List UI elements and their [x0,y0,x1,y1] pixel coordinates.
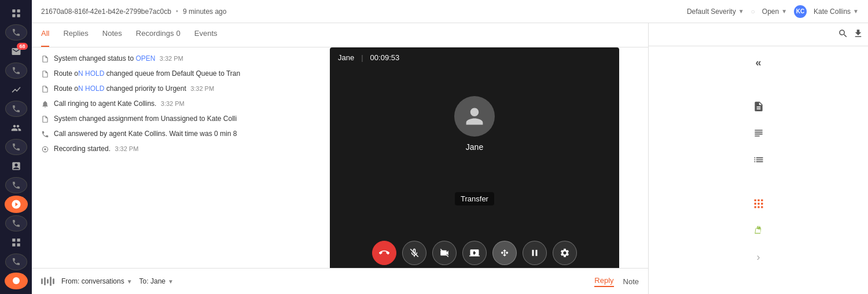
transfer-label: Transfer [455,192,494,205]
agent-chevron: ▼ [853,8,859,14]
tab-replies[interactable]: Replies [63,23,88,47]
phone-btn-7[interactable] [5,253,27,270]
mute-button[interactable] [402,241,426,265]
content-wrapper: All Replies Notes Recordings 0 Events [32,23,868,294]
caller-name-header: Jane [338,53,354,62]
transfer-button[interactable] [492,241,517,265]
sidebar-active-item[interactable] [5,196,28,213]
right-panel-text-icon[interactable] [748,123,769,144]
svg-rect-14 [761,203,763,204]
phone-btn-3[interactable] [5,101,27,117]
main-content: 21670a08-816f-42e1-b42e-2799be7ac0cb • 9… [32,0,868,294]
event-doc-icon [41,70,49,80]
top-bar-right: Default Severity ▼ ○ Open ▼ KC Kate Coll… [687,5,859,18]
sidebar-grid[interactable] [5,234,28,251]
settings-button[interactable] [553,241,577,265]
separator: • [176,8,178,16]
call-controls [330,234,619,268]
agent-name: Kate Collins [814,8,851,16]
agent-selector[interactable]: Kate Collins ▼ [814,8,859,16]
svg-rect-0 [12,9,15,12]
left-sidebar: 68 [0,0,32,294]
info-panel: « › [648,23,868,294]
time-ago: 9 minutes ago [183,8,226,16]
svg-rect-9 [754,200,756,201]
recordings-count: 0 [176,29,181,38]
ticket-id: 21670a08-816f-42e1-b42e-2799be7ac0cb [41,8,171,16]
phone-btn-6[interactable] [5,215,27,232]
tab-replies-label: Replies [63,29,88,38]
phone-btn-1[interactable] [5,24,27,41]
event-link: N HOLD [78,69,104,78]
sidebar-home[interactable] [5,5,28,22]
event-phone-icon [41,130,49,140]
video-button[interactable] [432,241,457,265]
sidebar-contacts[interactable] [5,119,28,137]
status-dot: ○ [751,8,755,16]
to-label: To: Jane [139,277,165,285]
svg-rect-13 [757,203,759,204]
svg-rect-15 [754,206,756,208]
svg-point-6 [44,148,46,150]
note-tab[interactable]: Note [623,277,639,286]
svg-point-4 [13,277,20,284]
status-selector[interactable]: Open ▼ [762,8,787,16]
bottom-bar: From: conversations ▼ To: Jane ▼ Reply N… [32,268,648,294]
agent-avatar: KC [794,5,807,18]
phone-btn-2[interactable] [5,63,27,79]
svg-rect-1 [17,9,20,12]
event-ring-icon [41,100,49,110]
sidebar-analytics[interactable] [5,81,28,98]
tabs-bar: All Replies Notes Recordings 0 Events [32,23,648,47]
reply-tab[interactable]: Reply [594,276,613,287]
right-panel-doc-icon[interactable] [748,96,769,117]
inbox-badge: 68 [17,43,27,50]
call-header: Jane | 00:09:53 [330,47,619,68]
call-divider: | [361,53,363,62]
right-panel-chevron-icon[interactable]: › [748,247,769,267]
to-chevron: ▼ [168,278,174,285]
search-button[interactable] [838,28,848,41]
severity-label: Default Severity [687,8,736,16]
event-record-icon [41,145,49,155]
caller-avatar [454,96,495,137]
event-doc-icon [41,55,49,65]
audio-wave [41,277,54,286]
status-label: Open [762,8,779,16]
from-chevron: ▼ [127,278,133,285]
status-chevron: ▼ [781,8,787,14]
download-button[interactable] [853,28,863,41]
hangup-button[interactable] [372,241,396,265]
call-duration: 00:09:53 [370,53,400,62]
bottom-right: Reply Note [594,276,639,287]
collapse-panel-button[interactable]: « [748,52,769,73]
phone-btn-4[interactable] [5,139,27,156]
tab-notes[interactable]: Notes [102,23,122,47]
event-link: N HOLD [78,84,104,93]
tab-events[interactable]: Events [194,23,218,47]
info-top-bar [649,23,868,46]
screen-share-button[interactable] [462,241,487,265]
wave-bar-2 [44,277,46,285]
severity-selector[interactable]: Default Severity ▼ [687,8,744,16]
tab-all[interactable]: All [41,23,49,47]
sidebar-inbox[interactable]: 68 [5,43,28,60]
call-body: Jane Transfer [330,68,619,234]
to-selector[interactable]: To: Jane ▼ [139,277,174,285]
events-list: System changed status to OPEN 3:32 PM Ro… [32,47,648,268]
sidebar-active-orange[interactable] [5,273,28,290]
svg-rect-16 [757,206,759,208]
tab-events-label: Events [194,29,218,38]
right-panel-lines-icon[interactable] [748,149,769,170]
shopify-icon[interactable] [748,220,769,241]
caller-name-body: Jane [466,142,483,152]
tab-recordings[interactable]: Recordings 0 [136,23,181,47]
sidebar-reports[interactable] [5,157,28,175]
call-overlay: Jane | 00:09:53 Jane Transfer [330,47,619,268]
from-selector[interactable]: From: conversations ▼ [61,277,133,285]
hold-button[interactable] [523,241,547,265]
from-label: From: conversations [61,277,124,285]
svg-rect-10 [757,200,759,201]
phone-btn-5[interactable] [5,177,27,194]
right-panel-grid-icon[interactable] [748,193,769,214]
